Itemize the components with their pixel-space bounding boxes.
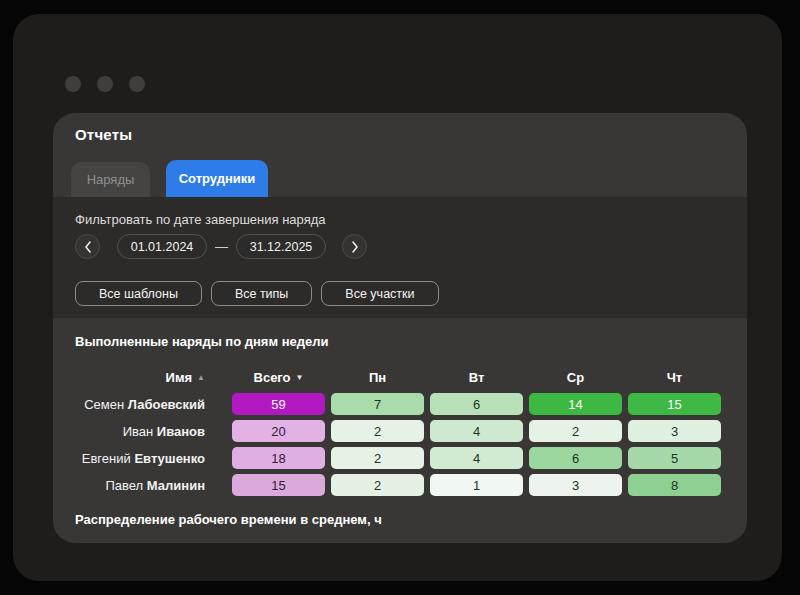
filter-dropdown-row: Все шаблоны Все типы Все участки	[75, 281, 439, 306]
chevron-left-icon	[84, 241, 92, 253]
table-row: Павел Малинин 15 2 1 3 8	[75, 474, 725, 496]
date-prev-button[interactable]	[75, 234, 100, 259]
heat-cell-mon: 2	[331, 447, 424, 469]
column-header-thu: Чт	[628, 370, 721, 385]
templates-filter-button[interactable]: Все шаблоны	[75, 281, 202, 306]
heat-cell-wed: 3	[529, 474, 622, 496]
heat-cell-wed: 2	[529, 420, 622, 442]
heat-cell-tue: 4	[430, 420, 523, 442]
sections-filter-button[interactable]: Все участки	[321, 281, 438, 306]
table-row: Иван Иванов 20 2 4 2 3	[75, 420, 725, 442]
date-range-row: 01.01.2024 — 31.12.2025	[75, 234, 367, 259]
heat-cell-tue: 6	[430, 393, 523, 415]
heat-cell-total: 18	[232, 447, 325, 469]
heat-cell-thu: 3	[628, 420, 721, 442]
heat-cell-tue: 4	[430, 447, 523, 469]
heat-cell-thu: 5	[628, 447, 721, 469]
heat-cell-wed: 6	[529, 447, 622, 469]
heat-cell-thu: 8	[628, 474, 721, 496]
sort-asc-icon: ▲	[197, 373, 205, 382]
panel-header: Отчеты Наряды Сотрудники	[53, 113, 747, 197]
date-range-separator: —	[215, 239, 228, 254]
window-control-dot[interactable]	[129, 76, 145, 92]
table-row: Евгений Евтушенко 18 2 4 6 5	[75, 447, 725, 469]
next-report-title: Распределение рабочего времени в среднем…	[75, 512, 382, 527]
types-filter-button[interactable]: Все типы	[211, 281, 312, 306]
heat-cell-total: 59	[232, 393, 325, 415]
tab-bar: Наряды Сотрудники	[71, 160, 268, 197]
tab-naryady[interactable]: Наряды	[71, 162, 150, 197]
employee-name: Семен Лабоевский	[75, 397, 205, 412]
column-header-tue: Вт	[430, 370, 523, 385]
filter-label: Фильтровать по дате завершения наряда	[75, 212, 326, 227]
heat-cell-tue: 1	[430, 474, 523, 496]
date-to-pill[interactable]: 31.12.2025	[236, 234, 326, 259]
tab-label: Наряды	[87, 172, 135, 187]
tab-sotrudniki[interactable]: Сотрудники	[166, 160, 268, 197]
heat-cell-mon: 7	[331, 393, 424, 415]
heat-cell-thu: 15	[628, 393, 721, 415]
heat-cell-mon: 2	[331, 474, 424, 496]
sort-desc-icon: ▼	[296, 373, 304, 382]
report-title: Выполненные наряды по дням недели	[75, 334, 329, 349]
heat-cell-wed: 14	[529, 393, 622, 415]
employee-name: Евгений Евтушенко	[75, 451, 205, 466]
heat-cell-total: 15	[232, 474, 325, 496]
employee-name: Павел Малинин	[75, 478, 205, 493]
date-to-value: 31.12.2025	[250, 240, 313, 254]
report-section: Выполненные наряды по дням недели Имя ▲ …	[53, 318, 747, 543]
weekday-report-table: Имя ▲ Всего ▼ Пн Вт Ср Чт Семен Лабое	[75, 367, 725, 501]
column-header-name[interactable]: Имя ▲	[75, 370, 205, 385]
filter-section: Фильтровать по дате завершения наряда 01…	[53, 197, 747, 318]
employee-name: Иван Иванов	[75, 424, 205, 439]
table-row: Семен Лабоевский 59 7 6 14 15	[75, 393, 725, 415]
column-header-wed: Ср	[529, 370, 622, 385]
date-from-pill[interactable]: 01.01.2024	[117, 234, 207, 259]
heat-cell-total: 20	[232, 420, 325, 442]
column-header-total[interactable]: Всего ▼	[232, 370, 325, 385]
page-title: Отчеты	[75, 126, 132, 143]
chevron-right-icon	[351, 241, 359, 253]
heat-cell-mon: 2	[331, 420, 424, 442]
window-controls	[65, 76, 145, 92]
date-next-button[interactable]	[342, 234, 367, 259]
table-header-row: Имя ▲ Всего ▼ Пн Вт Ср Чт	[75, 367, 725, 387]
tab-label: Сотрудники	[179, 171, 256, 186]
app-window: Отчеты Наряды Сотрудники Фильтровать по …	[13, 14, 782, 581]
reports-panel: Отчеты Наряды Сотрудники Фильтровать по …	[53, 113, 747, 543]
window-control-dot[interactable]	[97, 76, 113, 92]
window-control-dot[interactable]	[65, 76, 81, 92]
column-header-mon: Пн	[331, 370, 424, 385]
date-from-value: 01.01.2024	[131, 240, 194, 254]
